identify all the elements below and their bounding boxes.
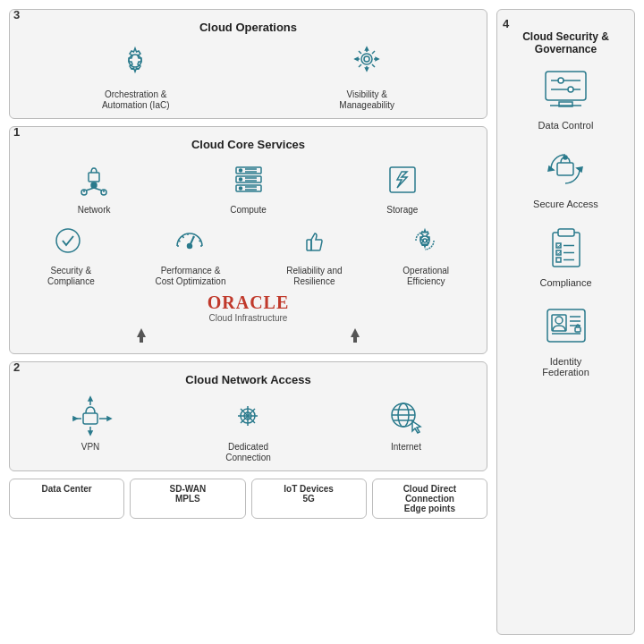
svg-rect-53 [353,337,357,343]
svg-marker-74 [412,421,420,433]
svg-rect-15 [89,173,99,182]
orchestration-label: Orchestration &Automation (IaC) [102,89,170,111]
right-panel: 4 Cloud Security &Governance Data Contro… [496,9,635,635]
svg-point-39 [187,244,191,249]
data-control-icon [537,64,595,116]
svg-line-45 [199,241,200,242]
internet-label: Internet [391,442,421,453]
svg-marker-62 [89,431,92,435]
core-row1: Network [17,158,479,216]
svg-line-19 [86,188,94,191]
section-4-number: 4 [503,17,509,30]
svg-marker-84 [548,166,554,171]
svg-rect-75 [546,72,586,100]
svg-line-41 [178,241,180,242]
svg-point-1 [361,54,372,64]
reliability-label: Reliability andResilience [286,266,342,287]
up-arrow-right [346,326,364,344]
svg-rect-35 [390,167,415,192]
cloud-direct-box: Cloud Direct ConnectionEdge points [372,479,487,519]
arrows-row [17,325,479,346]
identity-icon [537,301,595,352]
svg-point-79 [558,78,564,83]
cloud-network-title: Cloud Network Access [17,373,479,386]
cloud-operations-title: Cloud Operations [17,21,479,34]
internet-icon [382,394,431,438]
svg-point-37 [56,229,80,252]
storage-icon [377,158,427,201]
compute-icon [224,158,273,201]
visibility-item: Visibility &Manageability [339,41,394,111]
svg-line-42 [182,236,184,238]
compliance-label: Compliance [539,277,591,288]
section-2-number: 2 [13,360,20,374]
identity-label: IdentityFederation [542,356,589,377]
section-1-number: 1 [13,125,20,139]
cloud-security-section: 4 Cloud Security &Governance Data Contro… [496,9,635,635]
dedicated-icon [224,394,273,438]
svg-rect-87 [558,229,574,236]
visibility-label: Visibility &Manageability [339,89,394,111]
storage-label: Storage [386,205,418,216]
section-cloud-core: 1 Cloud Core Services [9,126,487,354]
svg-marker-50 [137,328,146,337]
svg-rect-51 [140,337,143,343]
performance-label: Performance &Cost Optimization [156,266,226,287]
svg-marker-60 [89,397,92,401]
svg-point-27 [239,178,242,181]
visibility-icon [343,41,392,86]
storage-item: Storage [377,158,427,216]
internet-item: Internet [382,394,431,453]
compute-label: Compute [230,205,267,216]
svg-marker-58 [107,417,111,420]
section-3-number: 3 [13,8,20,21]
iot-box: IoT Devices5G [251,479,367,519]
svg-marker-36 [397,172,407,188]
dedicated-item: Dedicated Connection [213,394,284,463]
cloud-ops-row: Orchestration &Automation (IaC) [17,41,479,111]
vpn-label: VPN [81,442,100,453]
data-center-box: Data Center [9,479,124,519]
svg-point-26 [239,169,242,172]
svg-marker-56 [73,417,77,420]
svg-point-16 [91,182,97,188]
secure-access-item: Secure Access [533,143,598,209]
secure-access-icon [537,143,595,195]
svg-marker-52 [351,328,360,337]
svg-line-13 [372,51,375,54]
network-label: Network [78,205,111,216]
gear-icon [111,41,160,86]
operational-item: OperationalEfficiency [402,221,449,287]
orchestration-item: Orchestration &Automation (IaC) [102,41,170,111]
svg-marker-4 [365,47,368,50]
security-compliance-icon [48,221,93,262]
security-compliance-label: Security &Compliance [47,266,95,287]
svg-point-83 [564,156,567,159]
svg-line-11 [359,51,361,54]
oracle-logo-text: ORACLE [17,292,479,313]
performance-item: Performance &Cost Optimization [156,221,226,287]
svg-rect-92 [556,258,561,262]
up-arrow-left [132,326,150,344]
core-row2: Security &Compliance [17,221,479,287]
cloud-security-title: Cloud Security &Governance [522,30,609,55]
vpn-icon [66,394,115,438]
svg-rect-47 [307,240,311,250]
svg-rect-82 [557,163,573,175]
svg-line-12 [372,64,375,67]
reliability-item: Reliability andResilience [286,221,342,287]
reliability-icon [292,221,336,262]
sdwan-box: SD-WANMPLS [130,479,245,519]
data-control-label: Data Control [538,120,594,131]
svg-marker-85 [577,167,582,172]
secure-access-label: Secure Access [533,199,598,209]
section-cloud-network: 2 Cloud Network Access [9,361,487,471]
compliance-icon [537,222,595,274]
security-compliance-item: Security &Compliance [47,221,95,287]
oracle-branding: ORACLE Cloud Infrastructure [17,292,479,323]
oracle-sub-text: Cloud Infrastructure [17,313,479,323]
bottom-row: Data Center SD-WANMPLS IoT Devices5G Clo… [9,479,487,519]
section-cloud-operations: 3 Cloud Operations Orchestration &Automa… [9,9,487,119]
svg-point-2 [364,56,369,62]
dedicated-label: Dedicated Connection [213,442,284,463]
